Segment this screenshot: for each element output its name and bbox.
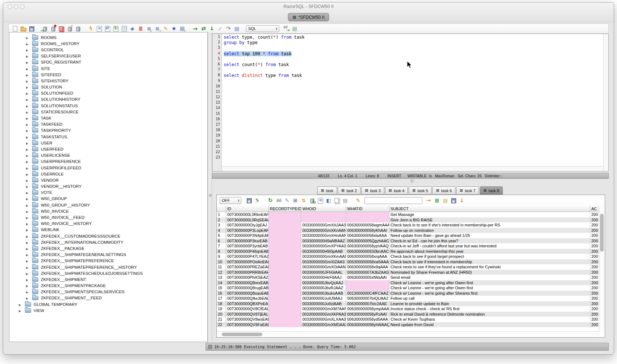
close-tab-icon[interactable] — [436, 188, 441, 193]
nav-forward-icon[interactable] — [425, 197, 432, 204]
add-row-icon[interactable] — [433, 197, 440, 204]
tree-item-userprofilefeed[interactable]: USERPROFILEFEED — [9, 165, 207, 171]
editor-horizontal-scrollbar[interactable] — [222, 166, 603, 171]
expand-arrow-icon[interactable] — [26, 240, 30, 244]
tree-item-user[interactable]: USER — [9, 140, 207, 146]
execute-sql-icon[interactable] — [87, 25, 94, 32]
favorites-icon[interactable] — [171, 25, 177, 32]
column-header-id[interactable]: ID — [226, 206, 269, 212]
expand-arrow-icon[interactable] — [19, 302, 23, 307]
tree-item-zkfedex-shipmatepreference-history[interactable]: ZKFEDEX__SHIPMATEPREFERENCE__HISTORY — [9, 264, 207, 270]
tree-item-staticresource[interactable]: STATICRESOURCE — [9, 109, 207, 115]
expand-arrow-icon[interactable] — [26, 283, 30, 288]
tree-item-taskpriority[interactable]: TASKPRIORITY — [9, 127, 207, 134]
tree-item-taskfeed[interactable]: TASKFEED — [9, 121, 207, 127]
expand-arrow-icon[interactable] — [26, 153, 30, 157]
expand-arrow-icon[interactable] — [26, 104, 30, 108]
tree-item-zkfedex-package[interactable]: ZKFEDEX__PACKAGE — [9, 245, 207, 251]
expand-arrow-icon[interactable] — [26, 228, 30, 232]
close-tab-icon[interactable] — [412, 188, 417, 193]
expand-arrow-icon[interactable] — [26, 252, 30, 257]
database-object-tree[interactable]: ROOMSROOMS__HISTORYSCONTROLSELFSERVICEUS… — [9, 32, 208, 342]
table-row[interactable]: 1900T3000000QV8CfEAL0033000000GmXM7AAN00… — [217, 306, 600, 312]
tree-item-zkfedex-shipment-feed[interactable]: ZKFEDEX__SHIPMENT__FEED — [9, 295, 207, 301]
table-row[interactable]: 500T3000000P3N4pEAF0033000000GmXHnAAN006… — [217, 233, 600, 238]
sort-pencil-icon[interactable] — [254, 197, 261, 204]
move-down-icon[interactable] — [458, 197, 465, 204]
tree-item-sitehistory[interactable]: SITEHISTORY — [9, 78, 207, 84]
save-row-icon[interactable] — [450, 197, 457, 204]
expand-arrow-icon[interactable] — [19, 308, 23, 313]
run-all-icon[interactable] — [200, 25, 207, 32]
tree-item-sfdc-registrant[interactable]: SFDC_REGISTRANT — [9, 59, 207, 65]
new-db-icon[interactable] — [66, 25, 73, 32]
expand-arrow-icon[interactable] — [26, 166, 30, 170]
expand-arrow-icon[interactable] — [26, 296, 30, 300]
open-file-icon[interactable] — [20, 25, 27, 32]
table-row[interactable]: 700T3000000P3yrbEAB0033000000GmXPYAA3006… — [217, 243, 600, 249]
tree-item-vote[interactable]: VOTE — [9, 190, 207, 196]
refresh-data-icon[interactable] — [112, 25, 119, 32]
tree-item-vendor[interactable]: VENDOR — [9, 177, 207, 183]
expand-arrow-icon[interactable] — [26, 97, 30, 101]
result-tab-task-8[interactable]: task 8 — [480, 186, 503, 195]
table-row[interactable]: 1400T3000000Q8rexEAB0033000000JbvQzAAJCh… — [217, 280, 600, 286]
save-file-icon[interactable] — [28, 25, 35, 32]
table-row[interactable]: 1700T3000000QAeJbEAL0033000000Ju9J9AAJ00… — [217, 296, 600, 301]
validate-icon[interactable] — [217, 25, 224, 32]
column-header-recordtypeid[interactable]: RECORDTYPEID — [269, 206, 301, 212]
expand-arrow-icon[interactable] — [26, 259, 30, 263]
reload-table-icon[interactable] — [308, 197, 315, 204]
column-header-whoid[interactable]: WHOID — [301, 206, 346, 212]
expand-arrow-icon[interactable] — [26, 277, 30, 282]
expand-arrow-icon[interactable] — [26, 159, 30, 164]
table-row[interactable]: 1100T3000000PREZaEAP0033000000GmXOiAAN00… — [217, 264, 600, 270]
table-star-icon[interactable] — [179, 25, 186, 32]
expand-arrow-icon[interactable] — [26, 190, 30, 195]
tree-item-vendor-history[interactable]: VENDOR__HISTORY — [9, 183, 207, 190]
expand-arrow-icon[interactable] — [26, 265, 30, 269]
disconnect-db-icon[interactable] — [49, 25, 56, 32]
tree-item-sitefeed[interactable]: SITEFEED — [9, 72, 207, 78]
expand-arrow-icon[interactable] — [26, 110, 30, 114]
goto-results-icon[interactable] — [283, 25, 290, 32]
compare-doc-icon[interactable] — [233, 25, 240, 32]
tree-item-userpreference[interactable]: USERPREFERENCE — [9, 159, 207, 165]
tree-item-zkfedex-shipmatepreference[interactable]: ZKFEDEX__SHIPMATEPREFERENCE — [9, 258, 207, 264]
expand-arrow-icon[interactable] — [26, 290, 30, 294]
tree-item-zkfedex-shipmatescheduledjobssettings[interactable]: ZKFEDEX__SHIPMATESCHEDULEDJOBSSETTINGS — [9, 270, 207, 276]
tree-item-userrole[interactable]: USERROLE — [9, 171, 207, 177]
redo-icon[interactable] — [225, 25, 232, 32]
divider-handle[interactable] — [209, 194, 212, 197]
table-row[interactable]: 400T3000000P3LopEAF0033000000GmXKnAAN006… — [217, 228, 600, 233]
close-tab-icon[interactable] — [321, 188, 326, 193]
expand-arrow-icon[interactable] — [26, 172, 30, 176]
column-header-ac[interactable]: AC — [590, 206, 600, 212]
expand-arrow-icon[interactable] — [26, 147, 30, 151]
tree-item-userlicense[interactable]: USERLICENSE — [9, 152, 207, 159]
expand-arrow-icon[interactable] — [26, 54, 30, 58]
expand-arrow-icon[interactable] — [26, 141, 30, 145]
results-horizontal-scrollbar[interactable] — [217, 331, 599, 337]
table-row[interactable]: 1600T3000000Q8sauEAB0033000000JbukoAAB00… — [217, 291, 600, 296]
close-tab-icon[interactable] — [389, 188, 394, 193]
table-row[interactable]: 1500T3000000Q8rugEAB0033000000JbvRJAAZCh… — [217, 285, 600, 291]
edit-pointer-icon[interactable] — [284, 197, 290, 204]
filter-list-icon[interactable] — [146, 25, 152, 32]
results-vertical-scrollbar[interactable] — [599, 206, 605, 332]
table-row[interactable]: 1000T3000000POeAnEAL0033000000GmXIZAA300… — [217, 259, 600, 265]
tree-item-zkfedex-shipment[interactable]: ZKFEDEX__SHIPMENT — [9, 276, 207, 282]
close-tab-icon[interactable] — [341, 188, 346, 193]
table-row[interactable]: 300T3000000OiyJgEAJ0033000000GmXHJAA3006… — [217, 222, 600, 228]
tree-item-solutionstatus[interactable]: SOLUTIONSTATUS — [9, 103, 207, 109]
result-tab-task-4[interactable]: task 4 — [385, 186, 408, 195]
tree-item-rooms[interactable]: ROOMS — [9, 34, 207, 40]
fetch-next-icon[interactable] — [208, 25, 215, 32]
column-header-subject[interactable]: SUBJECT — [389, 206, 590, 212]
table-row[interactable]: 600T3000000P3tuvEAB0033000000H9aNBAAZ006… — [217, 238, 600, 244]
tree-item-userfeed[interactable]: USERFEED — [9, 146, 207, 152]
key-columns-icon[interactable] — [300, 197, 307, 204]
export-data-icon[interactable] — [104, 25, 111, 32]
close-tab-icon[interactable] — [365, 188, 370, 193]
expand-arrow-icon[interactable] — [26, 128, 30, 133]
